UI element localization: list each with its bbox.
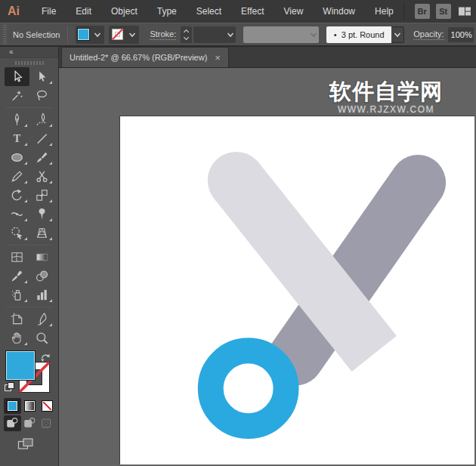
watermark-url: WWW.RJZXW.COM: [325, 104, 447, 115]
fill-indicator[interactable]: [5, 350, 36, 381]
workspace-switcher-icon[interactable]: [457, 4, 472, 19]
watermark-title: 软件自学网: [325, 79, 447, 103]
profile-chevron-icon: [308, 29, 319, 40]
slice-tool[interactable]: [29, 310, 54, 329]
curvature-tool[interactable]: [29, 110, 54, 129]
brush-preview-icon: •: [334, 30, 337, 39]
document-area: Untitled-2* @ 66.67% (RGB/Preview) × 软件自…: [59, 47, 476, 466]
swap-fill-stroke-icon[interactable]: [39, 350, 51, 363]
pen-tool[interactable]: [5, 110, 29, 129]
tools-panel-grip[interactable]: [0, 58, 58, 67]
menu-file[interactable]: File: [32, 0, 66, 23]
canvas-pasteboard[interactable]: 软件自学网 WWW.RJZXW.COM: [59, 68, 476, 466]
scissors-tool[interactable]: [29, 167, 54, 186]
stroke-weight-chevron-icon[interactable]: [225, 29, 236, 40]
none-swatch: [42, 400, 53, 412]
artboard-icon: [10, 312, 24, 326]
fill-swatch[interactable]: [77, 28, 90, 41]
type-tool[interactable]: T: [5, 129, 29, 148]
scale-tool[interactable]: [29, 186, 54, 205]
flyout-indicator: [24, 342, 27, 345]
stroke-weight-label[interactable]: Stroke:: [150, 29, 176, 40]
flyout-indicator: [24, 199, 27, 202]
artboard-tool[interactable]: [5, 310, 29, 329]
draw-behind-icon: [23, 416, 37, 431]
menu-window[interactable]: Window: [313, 0, 365, 23]
curvature-icon: [35, 113, 49, 127]
default-fill-stroke-icon[interactable]: [5, 382, 17, 393]
menu-help[interactable]: Help: [365, 0, 403, 23]
gradient-tool[interactable]: [29, 248, 54, 267]
paintbrush-tool[interactable]: [29, 148, 54, 167]
magic-wand-tool[interactable]: [5, 86, 29, 105]
menu-effect[interactable]: Effect: [231, 0, 274, 23]
gradient-button[interactable]: [21, 398, 39, 414]
puppet-warp-tool[interactable]: [29, 205, 54, 224]
fill-chevron-icon[interactable]: [92, 29, 103, 40]
rotate-tool[interactable]: [5, 186, 29, 205]
stroke-weight-combo[interactable]: [193, 26, 236, 43]
opacity-input[interactable]: 100%: [448, 27, 474, 42]
stroke-chevron-icon[interactable]: [127, 29, 138, 40]
sprayer-icon: [10, 288, 24, 302]
bridge-button[interactable]: Br: [415, 4, 430, 19]
shape-builder-tool[interactable]: [5, 224, 29, 242]
tab-close-icon[interactable]: ×: [215, 53, 221, 63]
ellipse-icon: [10, 150, 24, 165]
stock-button[interactable]: St: [436, 4, 451, 19]
brush-chevron-button[interactable]: [391, 26, 404, 43]
perspective-grid-tool[interactable]: [29, 224, 54, 242]
change-screen-mode-icon[interactable]: [17, 437, 35, 452]
brush-definition-combo[interactable]: • 3 pt. Round: [326, 26, 391, 43]
collapse-panel-icon[interactable]: «: [9, 48, 12, 56]
lasso-tool[interactable]: [29, 86, 54, 105]
draw-normal-button[interactable]: [4, 415, 21, 431]
flyout-indicator: [49, 323, 52, 326]
artboard[interactable]: [119, 116, 474, 464]
document-tab[interactable]: Untitled-2* @ 66.67% (RGB/Preview) ×: [61, 47, 229, 67]
flyout-indicator: [24, 237, 27, 240]
menu-select[interactable]: Select: [187, 0, 231, 23]
color-type-row: [4, 398, 58, 414]
stroke-color-picker[interactable]: [109, 26, 139, 44]
opacity-label[interactable]: Opacity:: [413, 29, 444, 40]
line-segment-tool[interactable]: [29, 129, 54, 148]
none-button[interactable]: [39, 398, 56, 414]
control-bar-grip[interactable]: [2, 25, 8, 45]
mesh-icon: [10, 250, 24, 264]
stroke-weight-stepper[interactable]: [181, 26, 192, 43]
graph-icon: [35, 288, 49, 302]
menu-type[interactable]: Type: [147, 0, 187, 23]
hand-tool[interactable]: [5, 329, 29, 347]
draw-behind-button[interactable]: [21, 415, 39, 431]
tools-panel-header: «: [0, 47, 58, 58]
shaper-tool[interactable]: [5, 167, 29, 186]
symbol-sprayer-tool[interactable]: [5, 285, 29, 304]
flyout-indicator: [49, 299, 52, 302]
width-tool[interactable]: [5, 205, 29, 224]
paintbrush-icon: [35, 150, 49, 165]
draw-inside-button: [39, 415, 56, 431]
eyedropper-icon: [10, 269, 24, 283]
gradient-icon: [35, 250, 49, 264]
watermark: 软件自学网 WWW.RJZXW.COM: [325, 79, 447, 115]
selection-tool[interactable]: [5, 67, 29, 86]
direct-selection-tool[interactable]: [29, 67, 54, 86]
menu-view[interactable]: View: [274, 0, 314, 23]
menu-object[interactable]: Object: [101, 0, 147, 23]
menu-edit[interactable]: Edit: [66, 0, 101, 23]
mesh-tool[interactable]: [5, 248, 29, 267]
fill-color-picker[interactable]: [76, 26, 104, 44]
control-bar-divider: [67, 26, 68, 44]
tools-panel: « T: [0, 47, 59, 466]
flyout-indicator: [49, 218, 52, 221]
fill-stroke-cluster: [0, 350, 58, 397]
column-graph-tool[interactable]: [29, 285, 54, 304]
color-button[interactable]: [4, 398, 21, 414]
zoom-tool[interactable]: [29, 329, 54, 347]
ellipse-tool[interactable]: [5, 148, 29, 167]
eyedropper-tool[interactable]: [5, 267, 29, 285]
no-selection-label: No Selection: [13, 30, 60, 39]
blend-tool[interactable]: [29, 267, 54, 285]
stroke-none-swatch[interactable]: [110, 27, 125, 42]
